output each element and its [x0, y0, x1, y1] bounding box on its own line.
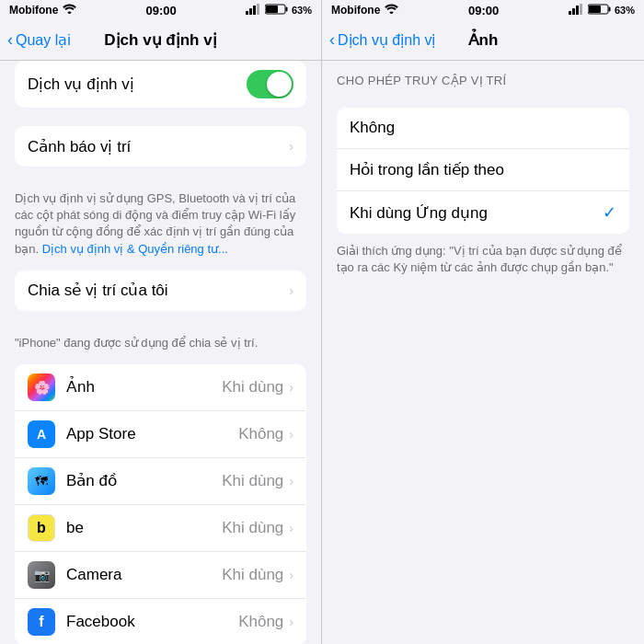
svg-rect-6 [266, 6, 278, 13]
app-chevron-facebook: › [289, 615, 293, 629]
app-item-photos[interactable]: 🌸 Ảnh Khi dùng › [15, 364, 306, 411]
back-chevron-left: ‹ [7, 30, 13, 50]
share-note: "iPhone" đang được sử dụng để chia sẻ vị… [0, 329, 321, 364]
svg-rect-9 [576, 6, 579, 15]
svg-rect-8 [572, 8, 575, 15]
app-value-facebook: Không [238, 613, 283, 631]
location-warning-chevron: › [289, 139, 293, 154]
svg-rect-1 [249, 8, 252, 15]
battery-pct-left: 63% [292, 5, 312, 16]
app-name-appstore: App Store [66, 425, 238, 443]
location-warning-label: Cảnh báo vị trí [28, 137, 289, 156]
back-label-left: Quay lại [16, 31, 71, 49]
app-icon-camera: 📷 [28, 561, 55, 589]
svg-rect-0 [246, 11, 248, 15]
back-chevron-right: ‹ [329, 30, 335, 50]
location-warning-group: Cảnh báo vị trí › [15, 126, 306, 167]
battery-pct-right: 63% [615, 5, 635, 16]
carrier-left: Mobifone [9, 4, 58, 17]
right-content: CHO PHÉP TRUY CẬP VỊ TRÍ Không Hỏi trong… [322, 61, 644, 644]
option-ask-label: Hỏi trong lần tiếp theo [350, 160, 616, 179]
back-label-right: Dịch vụ định vị [338, 31, 435, 49]
app-item-be[interactable]: b be Khi dùng › [15, 505, 306, 552]
location-service-group: Dịch vụ định vị [15, 61, 306, 108]
left-content: Dịch vụ định vị Cảnh báo vị trí › Dịch v… [0, 61, 321, 644]
app-icon-be: b [28, 514, 55, 542]
app-value-appstore: Không [238, 425, 283, 443]
location-warning-item[interactable]: Cảnh báo vị trí › [15, 126, 306, 167]
app-item-appstore[interactable]: A App Store Không › [15, 411, 306, 458]
option-never-label: Không [350, 119, 616, 137]
option-ask[interactable]: Hỏi trong lần tiếp theo [337, 149, 629, 191]
location-options-list: Không Hỏi trong lần tiếp theo Khi dùng Ứ… [337, 108, 629, 234]
wifi-icon-right [385, 4, 398, 17]
svg-rect-5 [285, 7, 287, 12]
time-left: 09:00 [146, 4, 177, 17]
svg-rect-7 [569, 11, 571, 15]
nav-bar-right: ‹ Dịch vụ định vị Ảnh [322, 20, 644, 61]
battery-left [265, 4, 288, 17]
toggle-knob [267, 72, 292, 97]
status-bar-right: Mobifone 09:00 [322, 0, 644, 20]
app-item-camera[interactable]: 📷 Camera Khi dùng › [15, 552, 306, 599]
check-icon: ✓ [603, 202, 616, 223]
app-name-photos: Ảnh [66, 377, 222, 397]
app-chevron-appstore: › [289, 427, 293, 442]
share-chevron: › [289, 283, 293, 298]
carrier-right: Mobifone [331, 4, 380, 17]
app-chevron-camera: › [289, 568, 293, 582]
option-never[interactable]: Không [337, 108, 629, 149]
option-while-using-label: Khi dùng Ứng dụng [350, 203, 603, 223]
back-button-right[interactable]: ‹ Dịch vụ định vị [329, 30, 435, 50]
app-value-maps: Khi dùng [222, 472, 283, 490]
app-name-maps: Bản đồ [66, 471, 222, 490]
share-location-item[interactable]: Chia sẻ vị trí của tôi › [15, 270, 306, 311]
app-name-be: be [66, 519, 222, 537]
status-bar-left: Mobifone 09:00 [0, 0, 321, 20]
left-panel: Mobifone 09:00 [0, 0, 322, 644]
app-name-facebook: Facebook [66, 613, 238, 631]
nav-title-left: Dịch vụ định vị [104, 30, 216, 50]
location-service-item[interactable]: Dịch vụ định vị [15, 61, 306, 108]
app-value-camera: Khi dùng [222, 566, 283, 584]
app-chevron-photos: › [289, 380, 293, 395]
location-toggle[interactable] [247, 70, 293, 98]
wifi-icon-left [63, 4, 76, 17]
right-section-header: CHO PHÉP TRUY CẬP VỊ TRÍ [322, 61, 644, 93]
description-link[interactable]: Dịch vụ định vị & Quyền riêng tư... [42, 242, 228, 256]
app-icon-photos: 🌸 [28, 374, 55, 401]
svg-rect-3 [257, 4, 259, 15]
app-icon-facebook: f [28, 608, 55, 636]
app-item-facebook[interactable]: f Facebook Không › [15, 599, 306, 644]
app-icon-appstore: A [28, 420, 55, 448]
svg-rect-12 [608, 7, 610, 12]
app-value-be: Khi dùng [222, 519, 283, 537]
nav-bar-left: ‹ Quay lại Dịch vụ định vị [0, 20, 321, 61]
location-description: Dịch vụ định vị sử dụng GPS, Bluetooth v… [0, 185, 321, 270]
svg-rect-10 [580, 4, 582, 15]
app-list-group: 🌸 Ảnh Khi dùng › A App Store Không › 🗺 [15, 364, 306, 644]
app-chevron-maps: › [289, 474, 293, 489]
right-description: Giải thích ứng dụng: "Vị trí của bạn đượ… [322, 234, 644, 285]
option-while-using[interactable]: Khi dùng Ứng dụng ✓ [337, 191, 629, 234]
nav-title-right: Ảnh [468, 30, 499, 50]
back-button-left[interactable]: ‹ Quay lại [7, 30, 71, 50]
share-location-group: Chia sẻ vị trí của tôi › [15, 270, 306, 311]
app-name-camera: Camera [66, 566, 222, 584]
share-location-label: Chia sẻ vị trí của tôi [28, 281, 289, 300]
svg-rect-13 [589, 6, 601, 13]
svg-rect-2 [253, 6, 256, 15]
right-panel: Mobifone 09:00 [322, 0, 644, 644]
app-item-maps[interactable]: 🗺 Bản đồ Khi dùng › [15, 458, 306, 505]
signal-icon-right [569, 4, 584, 17]
battery-right [588, 4, 611, 17]
location-service-label: Dịch vụ định vị [28, 75, 247, 94]
app-value-photos: Khi dùng [222, 378, 283, 397]
signal-icon-left [246, 4, 261, 17]
app-chevron-be: › [289, 521, 293, 535]
app-icon-maps: 🗺 [28, 467, 55, 495]
time-right: 09:00 [468, 4, 499, 17]
